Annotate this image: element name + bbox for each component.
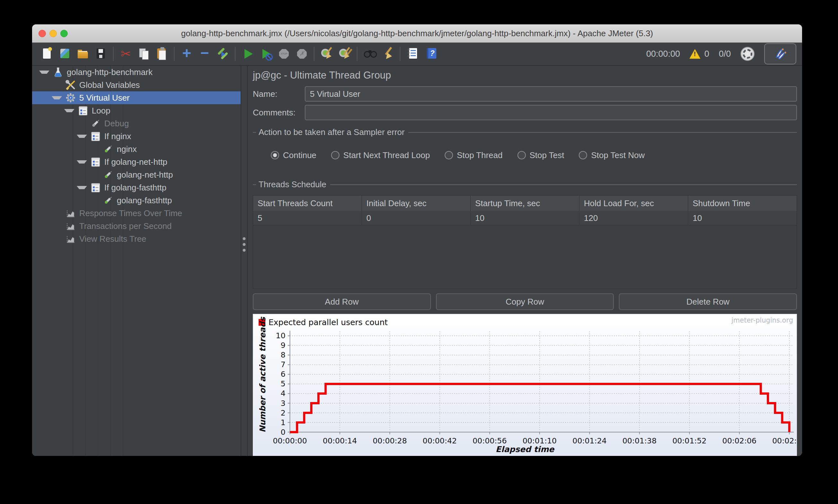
- start-no-pauses-icon[interactable]: [257, 44, 275, 63]
- tree-item-global-variables[interactable]: Global Variables: [32, 78, 241, 91]
- zoom-window-button[interactable]: [60, 30, 68, 37]
- remote-start-icon[interactable]: [740, 47, 755, 61]
- tree-item-nginx[interactable]: nginx: [32, 143, 241, 156]
- tree-item-transactions-per-second[interactable]: Transactions per Second: [32, 220, 241, 232]
- tree-item-label: Transactions per Second: [79, 221, 172, 231]
- tree-item-debug[interactable]: Debug: [32, 117, 241, 130]
- stop-icon[interactable]: [275, 44, 293, 63]
- radio-circle-icon: [331, 151, 339, 159]
- radio-stop-test-now[interactable]: Stop Test Now: [579, 150, 645, 160]
- clear-icon[interactable]: [318, 44, 336, 63]
- svg-text:4: 4: [281, 389, 285, 398]
- search-icon[interactable]: [361, 44, 379, 63]
- tree-item-golang-http-benchmark[interactable]: golang-http-benchmark: [32, 66, 241, 78]
- window-title: golang-http-benchmark.jmx (/Users/nicola…: [71, 29, 764, 38]
- radio-start-next-thread-loop[interactable]: Start Next Thread Loop: [331, 150, 430, 160]
- setup-icon: [65, 79, 76, 90]
- close-window-button[interactable]: [38, 30, 46, 37]
- log-warning-indicator[interactable]: 0: [689, 49, 709, 59]
- remove-icon[interactable]: [196, 44, 214, 63]
- radio-stop-thread[interactable]: Stop Thread: [445, 150, 503, 160]
- listener-icon: [65, 220, 76, 232]
- expand-arrow-icon[interactable]: [77, 160, 87, 163]
- tree-item-response-times-over-time[interactable]: Response Times Over Time: [32, 207, 241, 220]
- table-cell-startup-time-sec[interactable]: 10: [471, 211, 579, 225]
- radio-label: Stop Test: [530, 150, 564, 160]
- screen: golang-http-benchmark.jmx (/Users/nicola…: [0, 0, 838, 504]
- chart-plot: 01234567891000:00:0000:00:1400:00:2800:0…: [254, 314, 796, 456]
- table-empty-area: [253, 226, 797, 289]
- expand-arrow-icon[interactable]: [52, 96, 62, 100]
- templates-icon[interactable]: [56, 44, 74, 63]
- controller-icon: [77, 105, 89, 116]
- main-panel: jp@gc - Ultimate Thread Group Name: Comm…: [248, 66, 802, 456]
- listener-icon: [65, 233, 76, 244]
- tree-item-label: golang-net-http: [117, 170, 173, 180]
- tree-item-golang-net-http[interactable]: golang-net-http: [32, 168, 241, 181]
- add-icon[interactable]: [178, 44, 196, 63]
- name-input[interactable]: [305, 86, 797, 102]
- toolbar-separator: [235, 47, 235, 61]
- save-icon[interactable]: [92, 44, 110, 63]
- svg-text:00:00:56: 00:00:56: [473, 436, 507, 445]
- expand-arrow-icon[interactable]: [77, 186, 87, 189]
- svg-text:8: 8: [281, 350, 285, 359]
- tree-item-loop[interactable]: Loop: [32, 104, 241, 117]
- tree-item-label: Global Variables: [79, 80, 140, 90]
- comments-input[interactable]: [305, 105, 797, 120]
- new-file-icon[interactable]: [38, 44, 56, 63]
- shutdown-icon[interactable]: [293, 44, 311, 63]
- tree-item-5-virtual-user[interactable]: 5 Virtual User: [32, 91, 241, 104]
- delete-row-button[interactable]: Delete Row: [619, 293, 797, 310]
- comments-label: Comments:: [253, 108, 305, 118]
- tree-item-label: golang-fasthttp: [117, 196, 172, 205]
- expand-arrow-icon[interactable]: [77, 134, 87, 138]
- tree-item-view-results-tree[interactable]: View Results Tree: [32, 232, 241, 245]
- listener-icon: [65, 208, 76, 219]
- sampler-icon: [103, 144, 114, 155]
- help-icon[interactable]: [422, 44, 439, 63]
- column-header-start-threads-count: Start Threads Count: [253, 196, 362, 211]
- column-header-hold-load-for-sec: Hold Load For, sec: [579, 196, 688, 211]
- paste-icon[interactable]: [153, 44, 171, 63]
- tree-item-golang-fasthttp[interactable]: golang-fasthttp: [32, 194, 241, 207]
- copy-row-button[interactable]: Copy Row: [436, 293, 614, 310]
- update-elements-icon[interactable]: [214, 44, 232, 63]
- tree-item-if-golang-fasthttp[interactable]: If golang-fasthttp: [32, 181, 241, 194]
- expand-arrow-icon[interactable]: [39, 71, 49, 74]
- table-cell-start-threads-count[interactable]: 5: [253, 211, 362, 225]
- sampler-icon: [103, 169, 114, 180]
- radio-label: Start Next Thread Loop: [343, 150, 430, 160]
- name-label: Name:: [253, 89, 305, 99]
- controller-icon: [90, 157, 101, 167]
- name-row: Name:: [253, 86, 797, 102]
- search-reset-icon[interactable]: [379, 44, 397, 63]
- toolbar-separator: [400, 47, 400, 61]
- svg-text:1: 1: [281, 418, 285, 427]
- cut-icon[interactable]: [117, 44, 135, 63]
- toolbar-separator: [314, 47, 314, 61]
- table-cell-shutdown-time[interactable]: 10: [688, 211, 797, 225]
- radio-label: Stop Test Now: [591, 150, 645, 160]
- function-helper-icon[interactable]: [404, 44, 422, 63]
- jmeter-logo-button[interactable]: [764, 43, 796, 65]
- copy-icon[interactable]: [135, 44, 153, 63]
- radio-stop-test[interactable]: Stop Test: [518, 150, 564, 160]
- panel-splitter[interactable]: [241, 66, 248, 456]
- add-row-button[interactable]: Add Row: [253, 293, 431, 310]
- tree-item-if-golang-net-http[interactable]: If golang-net-http: [32, 156, 241, 168]
- minimize-window-button[interactable]: [49, 30, 57, 37]
- table-cell-initial-delay-sec[interactable]: 0: [362, 211, 471, 225]
- expand-arrow-icon[interactable]: [64, 109, 74, 112]
- sampler-error-group: Action to be taken after a Sampler error…: [253, 127, 797, 162]
- open-file-icon[interactable]: [74, 44, 92, 63]
- start-icon[interactable]: [239, 44, 257, 63]
- radio-continue[interactable]: Continue: [271, 150, 316, 160]
- table-cell-hold-load-for-sec[interactable]: 120: [579, 211, 688, 225]
- svg-text:10: 10: [276, 331, 285, 340]
- tree-item-if-nginx[interactable]: If nginx: [32, 130, 241, 143]
- clear-all-icon[interactable]: [336, 44, 353, 63]
- chart-legend: Expected parallel users count: [259, 318, 388, 327]
- svg-text:00:01:52: 00:01:52: [673, 436, 707, 445]
- radio-circle-icon: [518, 151, 526, 159]
